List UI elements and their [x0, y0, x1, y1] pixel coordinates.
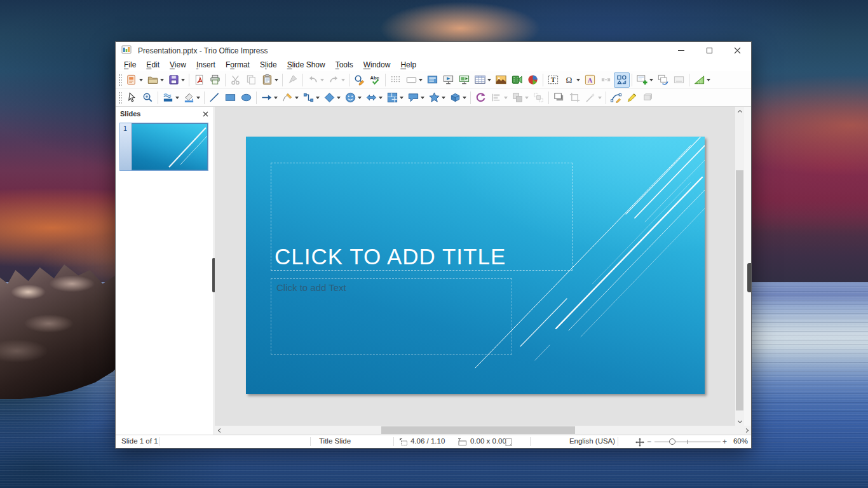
- picture-icon: [495, 74, 507, 86]
- menu-format[interactable]: Format: [220, 60, 255, 71]
- export-pdf-button[interactable]: [191, 72, 207, 88]
- menu-edit[interactable]: Edit: [141, 60, 165, 71]
- toolbar-drag-handle[interactable]: [118, 74, 122, 86]
- symbol-shapes-button[interactable]: [342, 90, 363, 105]
- document-icon: [126, 74, 138, 86]
- zoom-slider-track[interactable]: [654, 442, 721, 442]
- curves-and-polygons-button[interactable]: [280, 90, 301, 105]
- insert-text-box-button[interactable]: T: [545, 72, 561, 88]
- zoom-out-button[interactable]: −: [647, 437, 651, 446]
- shadow-button[interactable]: [551, 90, 567, 105]
- scroll-left-button[interactable]: [215, 426, 224, 435]
- 3d-objects-button[interactable]: [447, 90, 468, 105]
- edit-points-button[interactable]: [608, 90, 624, 105]
- dropdown-arrow-icon: [295, 97, 299, 99]
- spelling-button[interactable]: Abc: [367, 72, 383, 88]
- minimize-button[interactable]: [667, 42, 695, 59]
- master-slide-button[interactable]: [424, 72, 440, 88]
- menu-tools[interactable]: Tools: [330, 60, 358, 71]
- window-edge-grip[interactable]: [747, 263, 751, 292]
- rename-slide-button: [671, 72, 687, 88]
- titlebar[interactable]: Presentation.pptx - Trio Office Impress: [116, 42, 751, 59]
- document-modified-icon[interactable]: [505, 438, 513, 447]
- insert-image-button[interactable]: [493, 72, 509, 88]
- paste-button[interactable]: [259, 72, 280, 88]
- slide-count-status: Slide 1 of 1: [121, 437, 158, 445]
- insert-special-character-button[interactable]: Ω: [561, 72, 582, 88]
- menu-insert[interactable]: Insert: [191, 60, 220, 71]
- select-button[interactable]: [124, 90, 140, 105]
- line-icon: [208, 92, 220, 104]
- close-button[interactable]: [723, 42, 751, 59]
- text-placeholder[interactable]: Click to add Text: [271, 278, 512, 355]
- menu-window[interactable]: Window: [358, 60, 396, 71]
- vertical-scrollbar[interactable]: [735, 107, 744, 426]
- duplicate-slide-button[interactable]: [655, 72, 671, 88]
- rotate-button[interactable]: [473, 90, 489, 105]
- line-style-button[interactable]: [160, 90, 181, 105]
- zoom-slider-thumb[interactable]: [669, 438, 675, 445]
- start-from-current-slide-button[interactable]: [456, 72, 472, 88]
- object-size-status: 0.00 x 0.00: [470, 437, 506, 445]
- rectangle-button[interactable]: [222, 90, 238, 105]
- dropdown-arrow-icon: [463, 97, 466, 99]
- scroll-right-button[interactable]: [742, 426, 751, 435]
- show-draw-functions-button[interactable]: [691, 72, 712, 88]
- menu-help[interactable]: Help: [395, 60, 421, 71]
- callout-shapes-button[interactable]: [405, 90, 426, 105]
- basic-shapes-button[interactable]: [322, 90, 342, 105]
- toolbar-separator: [225, 74, 226, 86]
- menu-view[interactable]: View: [165, 60, 191, 71]
- insert-table-button[interactable]: [472, 72, 493, 88]
- vertical-scrollbar-thumb[interactable]: [736, 170, 743, 410]
- zoom-level-status[interactable]: 60%: [728, 437, 748, 445]
- new-presentation-button[interactable]: [124, 72, 145, 88]
- flowchart-shapes-button[interactable]: [384, 90, 405, 105]
- menu-file[interactable]: File: [119, 60, 141, 71]
- slide-canvas[interactable]: CLICK TO ADD TITLE Click to add Text: [215, 107, 735, 426]
- print-button[interactable]: [207, 72, 223, 88]
- horizontal-scrollbar[interactable]: [215, 426, 751, 435]
- shapes-toggle-button[interactable]: [614, 72, 630, 88]
- display-grid-button[interactable]: [388, 72, 403, 88]
- horizontal-scrollbar-thumb[interactable]: [381, 426, 575, 434]
- fit-slide-button[interactable]: [635, 438, 644, 447]
- menu-slide-show[interactable]: Slide Show: [282, 60, 330, 71]
- display-views-button[interactable]: [403, 72, 424, 88]
- save-button[interactable]: [166, 72, 187, 88]
- fill-color-button[interactable]: [181, 90, 202, 105]
- dropdown-arrow-icon: [175, 97, 179, 99]
- insert-media-button[interactable]: [509, 72, 525, 88]
- toolbar-separator: [385, 74, 386, 86]
- connectors-button[interactable]: [301, 90, 322, 105]
- toolbar-drag-handle[interactable]: [118, 92, 122, 104]
- scroll-up-button[interactable]: [735, 107, 744, 116]
- slide-thumbnail-1[interactable]: 1: [119, 123, 208, 171]
- insert-chart-button[interactable]: [525, 72, 541, 88]
- title-placeholder[interactable]: CLICK TO ADD TITLE: [271, 163, 573, 271]
- show-gluepoint-functions-button[interactable]: [624, 90, 640, 105]
- ellipse-button[interactable]: [238, 90, 254, 105]
- star-shapes-button[interactable]: [426, 90, 447, 105]
- zoom-in-button[interactable]: +: [722, 437, 727, 446]
- block-arrows-button[interactable]: [363, 90, 384, 105]
- language-status[interactable]: English (USA): [548, 437, 637, 445]
- maximize-button[interactable]: [695, 42, 723, 59]
- slide-editing-area[interactable]: CLICK TO ADD TITLE Click to add Text: [246, 137, 705, 394]
- clipboard-icon: [261, 74, 273, 86]
- slides-panel-close-button[interactable]: [203, 111, 208, 117]
- lines-and-arrows-button[interactable]: [259, 90, 280, 105]
- insert-line-button[interactable]: [207, 90, 222, 105]
- rectangle-icon: [224, 92, 236, 104]
- insert-fontwork-button[interactable]: A: [582, 72, 598, 88]
- zoom-pan-button[interactable]: [140, 90, 156, 105]
- scroll-down-button[interactable]: [735, 417, 744, 426]
- new-slide-button[interactable]: [634, 72, 655, 88]
- crop-image-button: [567, 90, 583, 105]
- menu-slide[interactable]: Slide: [255, 60, 282, 71]
- open-button[interactable]: [145, 72, 166, 88]
- find-and-replace-button[interactable]: [351, 72, 367, 88]
- undo-button: [305, 72, 326, 88]
- blank-slide-icon: [405, 74, 417, 86]
- start-from-first-slide-button[interactable]: [440, 72, 456, 88]
